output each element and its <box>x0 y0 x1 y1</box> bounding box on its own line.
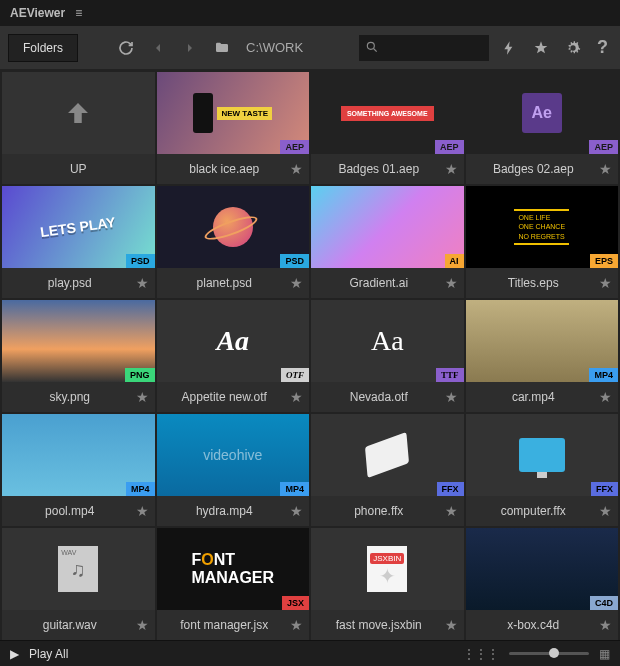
footer: ▶ Play All ⋮⋮⋮ ▦ <box>0 640 620 666</box>
star-toggle[interactable]: ★ <box>136 617 149 633</box>
view-large-icon[interactable]: ▦ <box>599 647 610 661</box>
file-item[interactable]: MP4 car.mp4★ <box>466 300 619 412</box>
file-item[interactable]: AI Gradient.ai★ <box>311 186 464 298</box>
forward-icon[interactable] <box>178 36 202 60</box>
star-toggle[interactable]: ★ <box>445 503 458 519</box>
star-toggle[interactable]: ★ <box>290 161 303 177</box>
file-item[interactable]: MP4 pool.mp4★ <box>2 414 155 526</box>
search-icon <box>365 40 379 57</box>
file-item[interactable]: PNG sky.png★ <box>2 300 155 412</box>
file-item[interactable]: C4D x-box.c4d★ <box>466 528 619 640</box>
file-item[interactable]: FFX phone.ffx★ <box>311 414 464 526</box>
file-item[interactable]: ♫WAV guitar.wav★ <box>2 528 155 640</box>
star-toggle[interactable]: ★ <box>445 161 458 177</box>
star-toggle[interactable]: ★ <box>290 275 303 291</box>
file-grid: UP NEW TASTEAEP black ice.aep★ SOMETHING… <box>0 70 620 640</box>
back-icon[interactable] <box>146 36 170 60</box>
star-toggle[interactable]: ★ <box>290 389 303 405</box>
star-toggle[interactable]: ★ <box>599 389 612 405</box>
search-wrap <box>359 35 489 61</box>
svg-point-0 <box>367 42 374 49</box>
up-cell[interactable]: UP <box>2 72 155 184</box>
file-item[interactable]: AaOTF Appetite new.otf★ <box>157 300 310 412</box>
star-toggle[interactable]: ★ <box>599 503 612 519</box>
folders-button[interactable]: Folders <box>8 34 78 62</box>
star-toggle[interactable]: ★ <box>445 275 458 291</box>
file-item[interactable]: NEW TASTEAEP black ice.aep★ <box>157 72 310 184</box>
star-toggle[interactable]: ★ <box>599 161 612 177</box>
path-label: C:\WORK <box>246 40 303 55</box>
file-item[interactable]: LETS PLAYPSD play.psd★ <box>2 186 155 298</box>
up-label: UP <box>8 162 149 176</box>
app-name: AEViewer <box>10 6 65 20</box>
file-item[interactable]: JSXBIN✦ fast move.jsxbin★ <box>311 528 464 640</box>
file-item[interactable]: ONE LIFEONE CHANCENO REGRETSEPS Titles.e… <box>466 186 619 298</box>
star-toggle[interactable]: ★ <box>136 275 149 291</box>
file-item[interactable]: PSD planet.psd★ <box>157 186 310 298</box>
view-small-icon[interactable]: ⋮⋮⋮ <box>463 647 499 661</box>
star-toggle[interactable]: ★ <box>445 389 458 405</box>
folder-icon[interactable] <box>210 36 234 60</box>
star-icon[interactable] <box>529 36 553 60</box>
star-toggle[interactable]: ★ <box>290 503 303 519</box>
gear-icon[interactable] <box>561 36 585 60</box>
star-toggle[interactable]: ★ <box>445 617 458 633</box>
bolt-icon[interactable] <box>497 36 521 60</box>
file-item[interactable]: videohiveMP4 hydra.mp4★ <box>157 414 310 526</box>
play-icon[interactable]: ▶ <box>10 647 19 661</box>
star-toggle[interactable]: ★ <box>136 389 149 405</box>
file-item[interactable]: AaTTF Nevada.otf★ <box>311 300 464 412</box>
menu-icon[interactable]: ≡ <box>75 6 82 20</box>
play-all-label[interactable]: Play All <box>29 647 68 661</box>
star-toggle[interactable]: ★ <box>136 503 149 519</box>
file-item[interactable]: AeAEP Badges 02.aep★ <box>466 72 619 184</box>
star-toggle[interactable]: ★ <box>599 275 612 291</box>
file-item[interactable]: SOMETHING AWESOMEAEP Badges 01.aep★ <box>311 72 464 184</box>
zoom-slider[interactable] <box>509 652 589 655</box>
star-toggle[interactable]: ★ <box>290 617 303 633</box>
refresh-icon[interactable] <box>114 36 138 60</box>
file-item[interactable]: FFX computer.ffx★ <box>466 414 619 526</box>
titlebar: AEViewer ≡ <box>0 0 620 26</box>
file-item[interactable]: FONTMANAGERJSX font manager.jsx★ <box>157 528 310 640</box>
star-toggle[interactable]: ★ <box>599 617 612 633</box>
toolbar: Folders C:\WORK ? <box>0 26 620 70</box>
help-icon[interactable]: ? <box>593 33 612 62</box>
